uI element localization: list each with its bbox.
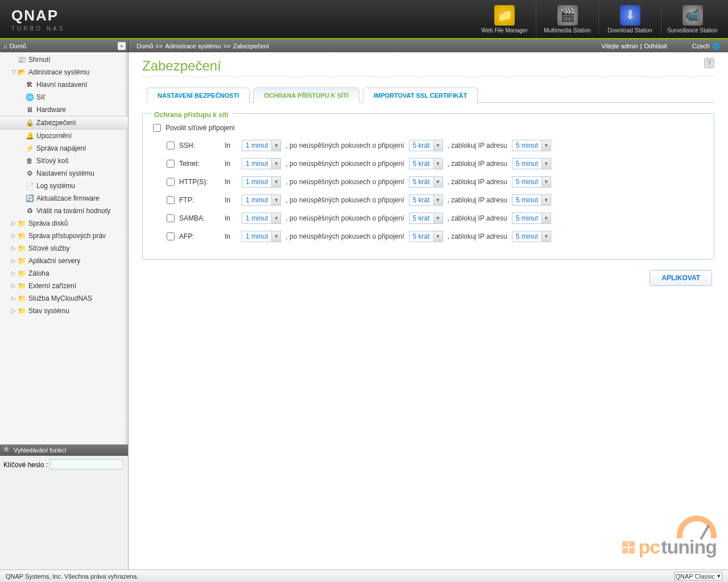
nav-icon: 🔄 xyxy=(25,194,34,203)
chevron-down-icon: ▼ xyxy=(271,159,280,169)
nav-shrnut-[interactable]: 📰Shrnutí xyxy=(0,53,128,66)
app-ds[interactable]: ⬇Download Station xyxy=(598,3,661,35)
select[interactable]: 5 minut▼ xyxy=(512,140,551,151)
nav-spr-va-disk-[interactable]: ▷📁Správa disků xyxy=(0,217,128,230)
expand-icon: ▷ xyxy=(10,306,17,316)
home-label[interactable]: Domů xyxy=(10,43,26,49)
protocol-checkbox[interactable] xyxy=(167,196,175,204)
select[interactable]: 5 krát▼ xyxy=(409,158,443,169)
block-text: , zablokuj IP adresu xyxy=(448,196,507,204)
in-label: In xyxy=(225,196,237,204)
in-label: In xyxy=(225,142,237,149)
select[interactable]: 5 krát▼ xyxy=(409,194,443,206)
after-text: , po neúspěšných pokusech o připojení xyxy=(286,232,404,240)
select[interactable]: 5 krát▼ xyxy=(409,176,443,188)
nav-z-loha[interactable]: ▷📁Záloha xyxy=(0,267,128,280)
protocol-checkbox[interactable] xyxy=(167,160,175,168)
nav-icon: 📁 xyxy=(17,269,26,278)
chevron-down-icon: ▼ xyxy=(541,213,551,223)
select[interactable]: 5 minut▼ xyxy=(512,158,551,169)
select[interactable]: 1 minut▼ xyxy=(242,231,281,242)
nav-aplika-n-servery[interactable]: ▷📁Aplikační servery xyxy=(0,255,128,267)
protocol-checkbox[interactable] xyxy=(167,214,175,222)
collapse-sidebar-button[interactable]: « xyxy=(118,42,126,50)
protocol-row: FTP:In1 minut▼, po neúspěšných pokusech … xyxy=(153,194,704,206)
help-icon[interactable]: ? xyxy=(704,58,714,68)
nav-icon: 🛠 xyxy=(25,80,34,89)
crumb[interactable]: Adinistrace systému xyxy=(165,43,221,49)
block-text: , zablokuj IP adresu xyxy=(448,178,507,186)
nav-hardware[interactable]: 🖥Hardware xyxy=(0,103,128,116)
select[interactable]: 1 minut▼ xyxy=(242,194,281,206)
select[interactable]: 5 krát▼ xyxy=(409,213,443,224)
copyright: QNAP Systems, Inc. Všechna práva vyhraze… xyxy=(6,573,138,580)
language-selector[interactable]: Czech 🌐 xyxy=(692,43,720,50)
select[interactable]: 1 minut▼ xyxy=(242,140,281,151)
protocol-checkbox[interactable] xyxy=(167,232,175,240)
protocol-label: SSH: xyxy=(179,142,220,149)
expand-icon: ▷ xyxy=(10,281,17,291)
chevron-down-icon: ▼ xyxy=(271,213,280,223)
protocol-checkbox[interactable] xyxy=(167,142,175,149)
wfm-icon: 📁 xyxy=(494,5,515,26)
nav-stav-syst-mu[interactable]: ▷📁Stav systému xyxy=(0,305,128,317)
divider xyxy=(142,76,714,77)
nav-label: Vrátit na tovární hodnoty xyxy=(36,206,110,216)
select[interactable]: 1 minut▼ xyxy=(242,176,281,188)
network-protection-fieldset: Ochrana přístupu k síti Povolit síťové p… xyxy=(142,113,714,260)
sidebar-header: ⌂ Domů « xyxy=(0,40,129,52)
tab-importovat-ssl-certifik-t[interactable]: IMPORTOVAT SSL CERTIFIKÁT xyxy=(363,88,478,103)
nav-aktualizace-firmware[interactable]: 🔄Aktualizace firmware xyxy=(0,192,128,205)
theme-selector[interactable]: QNAP Classic ▾ xyxy=(674,572,722,580)
nav-zabezpe-en-[interactable]: 🔒Zabezpečení xyxy=(0,116,128,130)
enable-checkbox[interactable] xyxy=(153,124,161,132)
app-ms[interactable]: 🎬Multimedia Station xyxy=(536,3,598,35)
after-text: , po neúspěšných pokusech o připojení xyxy=(286,142,404,149)
expand-icon: ▷ xyxy=(10,231,17,241)
protocol-row: AFP:In1 minut▼, po neúspěšných pokusech … xyxy=(153,231,704,242)
nav-spr-va-nap-jen-[interactable]: ⚡Správa napájení xyxy=(0,142,128,155)
nav-hlavn-nastaven-[interactable]: 🛠Hlavní nastavení xyxy=(0,78,128,91)
select[interactable]: 1 minut▼ xyxy=(242,158,281,169)
app-wfm[interactable]: 📁Web File Manager xyxy=(473,3,536,35)
nav-spr-va-p-stupov-ch-pr-v[interactable]: ▷📁Správa přístupových práv xyxy=(0,230,128,242)
nav-s-[interactable]: 🌐Síť xyxy=(0,91,128,103)
chevron-down-icon: ▼ xyxy=(433,213,442,223)
tab-ochrana-p-stupu-k-s-ti[interactable]: OCHRANA PŘÍSTUPU K SÍTI xyxy=(253,88,359,103)
nav-extern-za-zen-[interactable]: ▷📁Externí zařízení xyxy=(0,280,128,292)
nav-s-ov-ko-[interactable]: 🗑Síťový koš xyxy=(0,155,128,167)
apply-button[interactable]: APLIKOVAT xyxy=(650,270,712,286)
in-label: In xyxy=(225,232,237,240)
protocol-label: FTP: xyxy=(179,196,220,204)
tab-nastaven-bezpe-nosti[interactable]: NASTAVENÍ BEZPEČNOSTI xyxy=(147,88,250,103)
crumb[interactable]: Zabezpečení xyxy=(233,43,270,49)
content: Zabezpečení ? NASTAVENÍ BEZPEČNOSTIOCHRA… xyxy=(129,52,728,569)
nav-label: Síťové služby xyxy=(28,243,70,253)
nav-icon: 📁 xyxy=(17,281,26,290)
nav-slu-ba-mycloudnas[interactable]: ▷📁Služba MyCloudNAS xyxy=(0,292,128,305)
nav-log-syst-mu[interactable]: 📄Log systému xyxy=(0,180,128,192)
expand-icon: ▽ xyxy=(10,67,17,77)
nav-s-ov-slu-by[interactable]: ▷📁Síťové služby xyxy=(0,242,128,255)
crumb[interactable]: Domů xyxy=(136,43,153,49)
select[interactable]: 5 minut▼ xyxy=(512,231,551,242)
select[interactable]: 1 minut▼ xyxy=(242,213,281,224)
nav-nastaven-syst-mu[interactable]: ⚙Nastavení systému xyxy=(0,167,128,180)
protocol-checkbox[interactable] xyxy=(167,178,175,186)
logout-link[interactable]: Odhlásit xyxy=(644,43,667,49)
nav-label: Služba MyCloudNAS xyxy=(28,293,92,304)
select[interactable]: 5 krát▼ xyxy=(409,140,443,151)
keyword-input[interactable] xyxy=(49,459,123,469)
app-ss[interactable]: 📹Surveillance Station xyxy=(661,3,723,35)
nav-icon: 🔒 xyxy=(25,118,34,127)
nav-adinistrace-syst-mu[interactable]: ▽📂Adinistrace systému xyxy=(0,66,128,78)
select[interactable]: 5 minut▼ xyxy=(512,194,551,206)
nav-icon: 🔔 xyxy=(25,131,34,140)
nav-label: Hardware xyxy=(36,105,66,115)
select[interactable]: 5 minut▼ xyxy=(512,213,551,224)
select[interactable]: 5 minut▼ xyxy=(512,176,551,188)
protocol-label: HTTP(S): xyxy=(179,178,220,186)
nav-vr-tit-na-tov-rn-hodnoty[interactable]: ♻Vrátit na tovární hodnoty xyxy=(0,205,128,217)
select[interactable]: 5 krát▼ xyxy=(409,231,443,242)
nav-upozorn-n-[interactable]: 🔔Upozornění xyxy=(0,130,128,142)
